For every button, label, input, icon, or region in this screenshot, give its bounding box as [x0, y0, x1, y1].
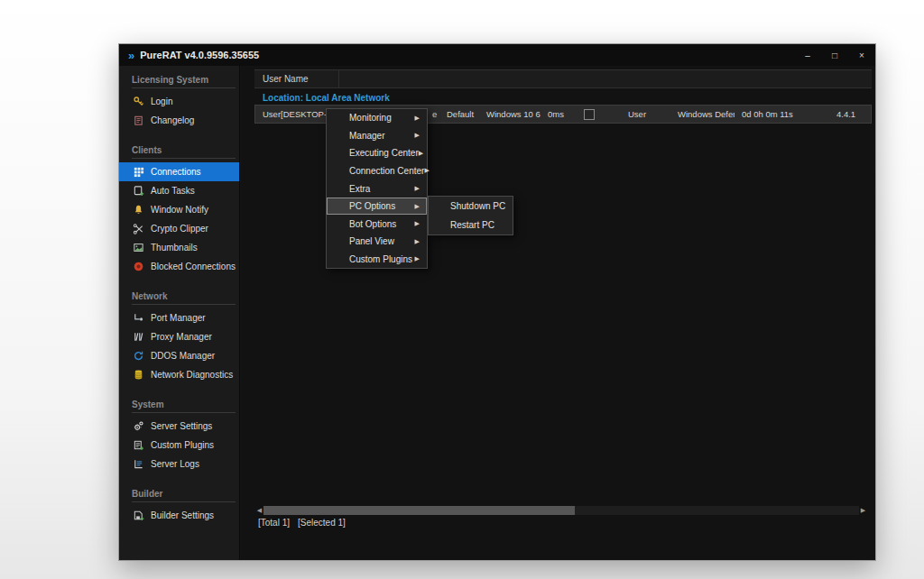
status-selected: [Selected 1]	[298, 518, 346, 528]
menu-item-custom-plugins[interactable]: Custom Plugins▶	[327, 251, 427, 269]
sidebar-section-builder: Builder Builder Settings	[119, 482, 239, 525]
sidebar-item-label: Connections	[151, 167, 201, 177]
sidebar-item-label: Window Notify	[151, 205, 208, 215]
minimize-button[interactable]: –	[794, 44, 821, 66]
cell-windows-os: Windows 10 64Bit	[479, 106, 541, 123]
plugin-doc-icon	[132, 439, 145, 452]
sidebar-item-server-settings[interactable]: Server Settings	[119, 417, 239, 436]
sidebar-item-connections[interactable]: Connections	[119, 162, 239, 181]
submenu-arrow-icon: ▶	[424, 167, 429, 174]
ddos-icon	[132, 350, 145, 363]
sidebar-section-licensing-system: Licensing System Login Changelog	[119, 69, 239, 130]
sidebar-item-label: Changelog	[151, 115, 194, 125]
sidebar-item-label: Server Logs	[151, 459, 199, 469]
port-icon	[132, 312, 145, 325]
section-divider	[132, 412, 236, 413]
menu-item-label: Extra	[349, 184, 370, 194]
sidebar-item-changelog[interactable]: Changelog	[119, 111, 239, 130]
sidebar-item-blocked-connections[interactable]: Blocked Connections	[119, 257, 239, 276]
sidebar-item-proxy-manager[interactable]: Proxy Manager	[119, 327, 239, 346]
cell-camera	[575, 106, 621, 123]
submenu-arrow-icon: ▶	[415, 220, 420, 227]
window-title: PureRAT v4.0.9596.35655	[140, 50, 259, 60]
app-logo-icon: »	[128, 49, 134, 62]
submenu-arrow-icon: ▶	[415, 132, 420, 139]
section-divider	[132, 304, 236, 305]
menu-item-panel-view[interactable]: Panel View▶	[327, 233, 427, 251]
sidebar-item-port-manager[interactable]: Port Manager	[119, 308, 239, 327]
submenu-arrow-icon: ▶	[415, 238, 420, 245]
sidebar-item-ddos-manager[interactable]: DDOS Manager	[119, 346, 239, 365]
app-window: » PureRAT v4.0.9596.35655 – □ × Licensin…	[118, 43, 876, 561]
section-divider	[132, 501, 236, 502]
scroll-left-icon[interactable]: ◀	[255, 505, 263, 516]
cell-anti-virus: Windows Defender	[670, 106, 735, 123]
sidebar-item-label: Blocked Connections	[151, 262, 236, 271]
menu-item-connection-center[interactable]: Connection Center▶	[327, 162, 427, 180]
context-menu: Monitoring▶ Manager▶ Executing Center▶ C…	[326, 108, 428, 269]
menu-item-label: Panel View	[349, 236, 394, 246]
blocked-icon	[132, 261, 145, 273]
menu-item-monitoring[interactable]: Monitoring▶	[327, 109, 427, 127]
menu-item-manager[interactable]: Manager▶	[327, 127, 427, 145]
section-header: Licensing System	[119, 69, 239, 87]
submenu-item-restart-pc[interactable]: Restart PC	[429, 216, 513, 234]
auto-tasks-icon	[132, 185, 145, 198]
sidebar-item-server-logs[interactable]: Server Logs	[119, 455, 239, 473]
close-button[interactable]: ×	[848, 44, 875, 66]
sidebar-item-label: Custom Plugins	[151, 440, 214, 450]
menu-item-bot-options[interactable]: Bot Options▶	[327, 215, 427, 233]
sidebar-item-thumbnails[interactable]: Thumbnails	[119, 238, 239, 257]
camera-checkbox[interactable]	[584, 109, 595, 120]
sidebar-item-custom-plugins[interactable]: Custom Plugins	[119, 436, 239, 455]
sidebar-item-auto-tasks[interactable]: Auto Tasks	[119, 181, 239, 200]
sidebar-item-label: Port Manager	[151, 313, 206, 323]
cell-privileges: User	[621, 106, 670, 123]
menu-item-pc-options[interactable]: PC Options▶	[327, 198, 427, 216]
column-header-ip-address[interactable]: Ip Address	[254, 87, 309, 88]
sidebar-item-login[interactable]: Login	[119, 92, 239, 111]
sidebar-item-label: Proxy Manager	[151, 332, 212, 342]
sidebar-item-crypto-clipper[interactable]: Crypto Clipper	[119, 219, 239, 238]
changelog-icon	[132, 115, 145, 127]
menu-item-label: Custom Plugins	[349, 254, 412, 264]
menu-item-label: Bot Options	[349, 219, 396, 229]
proxy-icon	[132, 331, 145, 344]
sidebar-item-builder-settings[interactable]: Builder Settings	[119, 506, 239, 525]
sidebar-item-label: Network Diagnostics	[151, 370, 233, 380]
status-bar: [Total 1] [Selected 1]	[258, 518, 346, 528]
builder-icon	[132, 510, 145, 522]
window-controls: – □ ×	[794, 44, 875, 66]
sidebar-item-network-diagnostics[interactable]: Network Diagnostics	[119, 365, 239, 384]
pc-options-submenu: Shutdown PC Restart PC	[428, 196, 513, 235]
column-header-user-name[interactable]: User Name	[254, 70, 339, 87]
section-divider	[132, 87, 236, 88]
group-header-location[interactable]: Location: Local Area Network	[263, 91, 390, 105]
connections-grid-icon	[132, 166, 145, 179]
menu-item-label: Executing Center	[349, 148, 419, 158]
horizontal-scrollbar[interactable]: ◀ ▶	[255, 505, 867, 516]
key-icon	[132, 96, 145, 108]
sidebar-section-system: System Server Settings Custom Plugins Se…	[119, 393, 239, 473]
menu-item-executing-center[interactable]: Executing Center▶	[327, 144, 427, 162]
sidebar-section-network: Network Port Manager Proxy Manager DDOS …	[119, 285, 239, 384]
cell-group: Default	[439, 106, 479, 123]
scrollbar-thumb[interactable]	[263, 506, 575, 515]
bell-icon	[132, 204, 145, 216]
table-header: User Name Ip Address Process Group Windo…	[254, 69, 872, 88]
submenu-arrow-icon: ▶	[415, 185, 420, 192]
scroll-right-icon[interactable]: ▶	[859, 505, 867, 516]
menu-item-extra[interactable]: Extra▶	[327, 179, 427, 198]
submenu-arrow-icon: ▶	[415, 255, 420, 262]
submenu-item-shutdown-pc[interactable]: Shutdown PC	[429, 197, 513, 216]
menu-item-label: PC Options	[349, 201, 395, 211]
scrollbar-track[interactable]	[263, 506, 859, 515]
section-header: Clients	[119, 139, 239, 158]
section-header: Network	[119, 285, 239, 304]
thumbnails-icon	[132, 242, 145, 254]
menu-item-label: Monitoring	[349, 113, 392, 123]
maximize-button[interactable]: □	[821, 44, 848, 66]
section-header: Builder	[119, 482, 239, 501]
sidebar-item-window-notify[interactable]: Window Notify	[119, 200, 239, 219]
submenu-arrow-icon: ▶	[415, 203, 420, 210]
